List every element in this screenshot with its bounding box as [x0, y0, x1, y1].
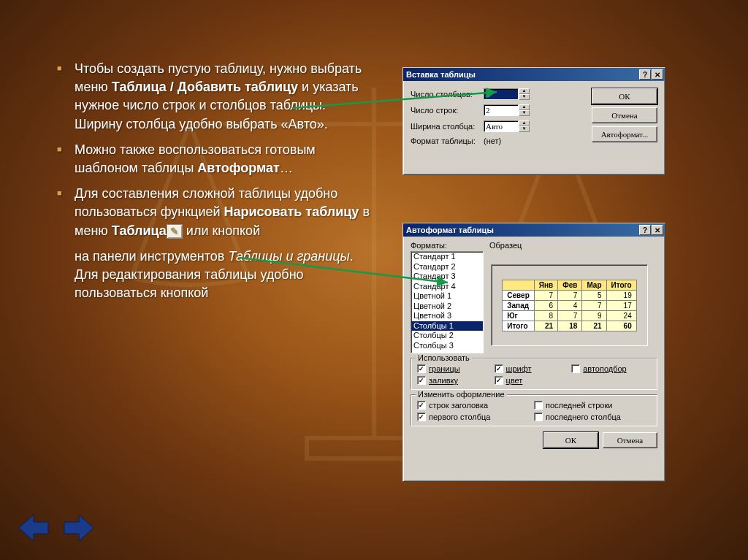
- width-input[interactable]: [484, 120, 519, 132]
- chk-color[interactable]: цвет: [495, 376, 572, 385]
- rows-spin-down[interactable]: ▼: [519, 110, 530, 116]
- dialog1-titlebar[interactable]: Вставка таблицы ? ✕: [403, 68, 665, 81]
- format-option[interactable]: Стандарт 2: [411, 262, 483, 272]
- rows-spin-up[interactable]: ▲: [519, 104, 530, 110]
- width-spin-down[interactable]: ▼: [519, 126, 530, 132]
- format-option[interactable]: Цветной 2: [411, 302, 483, 312]
- sample-table: ЯнвФевМарИтогоСевер77519Запад64717Юг8792…: [502, 280, 636, 331]
- slide-text: Чтобы создать пустую таблицу, нужно выбр…: [57, 60, 375, 302]
- format-option[interactable]: Стандарт 3: [411, 272, 483, 282]
- pencil-icon: [167, 224, 183, 239]
- format-option[interactable]: Цветной 3: [411, 311, 483, 321]
- format-option[interactable]: Столбцы 3: [411, 341, 483, 351]
- bullet-3: Для составления сложной таблицы удобно п…: [57, 185, 375, 240]
- af-cancel-button[interactable]: Отмена: [603, 432, 657, 448]
- sample-label: Образец: [489, 241, 522, 250]
- insert-table-dialog: Вставка таблицы ? ✕ Число столбцов: ▲▼ Ч…: [402, 67, 665, 175]
- cols-spin-up[interactable]: ▲: [519, 88, 530, 94]
- autoformat-button[interactable]: Автоформат...: [592, 126, 657, 142]
- paragraph-continued: на панели инструментов Таблицы и границы…: [57, 248, 375, 303]
- chk-fill[interactable]: заливку: [417, 376, 495, 385]
- cols-spin-down[interactable]: ▼: [519, 94, 530, 100]
- chk-headrow[interactable]: строк заголовка: [417, 401, 534, 410]
- sample-box: ЯнвФевМарИтогоСевер77519Запад64717Юг8792…: [491, 264, 648, 346]
- dialog2-titlebar[interactable]: Автоформат таблицы ? ✕: [403, 223, 665, 237]
- width-label: Ширина столбца:: [411, 122, 484, 131]
- formats-listbox[interactable]: Стандарт 1Стандарт 2Стандарт 3Стандарт 4…: [411, 251, 484, 353]
- help-button-2[interactable]: ?: [639, 225, 651, 235]
- cols-label: Число столбцов:: [411, 90, 484, 99]
- bullet-2: Можно также воспользоваться готовым шабл…: [57, 141, 375, 177]
- help-button[interactable]: ?: [639, 69, 651, 80]
- format-option[interactable]: Цветной 1: [411, 291, 483, 302]
- close-button-2[interactable]: ✕: [652, 225, 663, 235]
- width-spin-up[interactable]: ▲: [519, 120, 530, 126]
- fmt-value: (нет): [484, 137, 501, 145]
- format-option[interactable]: Столбцы 1: [411, 321, 483, 331]
- chk-lastcol[interactable]: последнего столбца: [534, 413, 651, 421]
- ok-button[interactable]: ОК: [592, 88, 657, 104]
- format-option[interactable]: Стандарт 1: [411, 252, 483, 262]
- cols-input[interactable]: [484, 88, 519, 100]
- autoformat-dialog: Автоформат таблицы ? ✕ Форматы: Образец …: [402, 223, 665, 482]
- rows-input[interactable]: [484, 104, 519, 116]
- formats-label: Форматы:: [411, 241, 489, 250]
- chk-lastrow[interactable]: последней строки: [534, 401, 651, 410]
- nav-next[interactable]: [61, 512, 96, 547]
- rows-label: Число строк:: [411, 106, 484, 115]
- fmt-label: Формат таблицы:: [411, 137, 484, 145]
- dialog1-title: Вставка таблицы: [406, 70, 476, 79]
- chk-firstcol[interactable]: первого столбца: [417, 413, 534, 421]
- dialog2-title: Автоформат таблицы: [406, 226, 494, 234]
- change-groupbox: Изменить оформление строк заголовка посл…: [411, 394, 657, 426]
- bullet-1: Чтобы создать пустую таблицу, нужно выбр…: [57, 60, 375, 134]
- chk-autofit[interactable]: автоподбор: [571, 364, 649, 373]
- cancel-button[interactable]: Отмена: [592, 107, 657, 123]
- af-ok-button[interactable]: ОК: [543, 432, 598, 448]
- chk-borders[interactable]: границы: [417, 364, 495, 373]
- format-option[interactable]: Стандарт 4: [411, 282, 483, 292]
- nav-prev[interactable]: [16, 512, 51, 547]
- chk-font[interactable]: шрифт: [495, 364, 572, 373]
- close-button[interactable]: ✕: [652, 69, 663, 80]
- format-option[interactable]: Столбцы 2: [411, 331, 483, 341]
- use-groupbox: Использовать границы шрифт автоподбор за…: [411, 358, 657, 390]
